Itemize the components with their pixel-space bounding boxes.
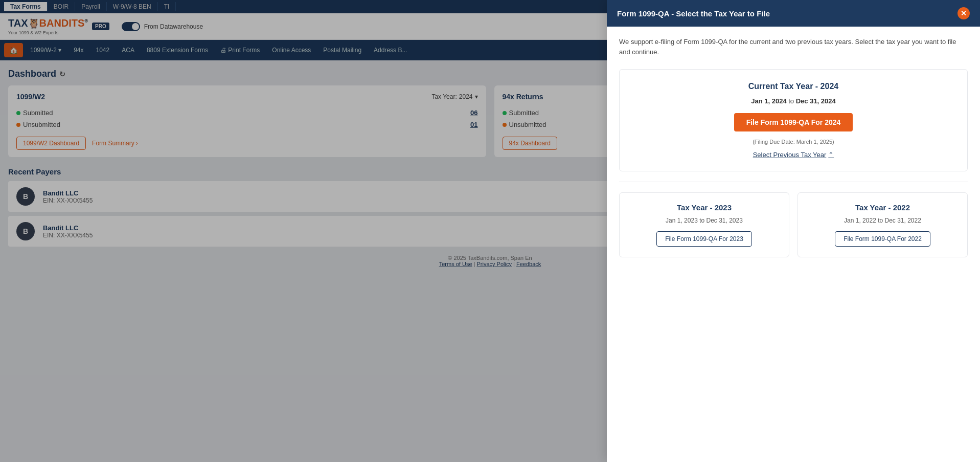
- current-year-card: Current Tax Year - 2024 Jan 1, 2024 to D…: [619, 69, 968, 171]
- previous-years-row: Tax Year - 2023 Jan 1, 2023 to Dec 31, 2…: [619, 182, 968, 257]
- file-2023-button[interactable]: File Form 1099-QA For 2023: [656, 231, 752, 247]
- current-year-title: Current Tax Year - 2024: [632, 82, 955, 91]
- prev-year-card-2022: Tax Year - 2022 Jan 1, 2022 to Dec 31, 2…: [797, 192, 968, 257]
- file-2024-button[interactable]: File Form 1099-QA For 2024: [734, 113, 853, 131]
- file-2022-button[interactable]: File Form 1099-QA For 2022: [835, 231, 930, 247]
- tax-year-modal: Form 1099-QA - Select the Tax Year to Fi…: [607, 0, 980, 462]
- select-previous-tax-year[interactable]: Select Previous Tax Year ⌃: [632, 151, 955, 159]
- prev-year-title-2023: Tax Year - 2023: [630, 203, 779, 212]
- filing-due-date: (Filing Due Date: March 1, 2025): [632, 139, 955, 145]
- modal-close-button[interactable]: ✕: [958, 7, 970, 19]
- modal-overlay: Form 1099-QA - Select the Tax Year to Fi…: [0, 0, 980, 462]
- chevron-up-icon: ⌃: [828, 151, 834, 159]
- modal-subtitle: We support e-filing of Form 1099-QA for …: [619, 37, 968, 57]
- prev-year-card-2023: Tax Year - 2023 Jan 1, 2023 to Dec 31, 2…: [619, 192, 789, 257]
- modal-title: Form 1099-QA - Select the Tax Year to Fi…: [617, 9, 770, 18]
- prev-date-range-2022: Jan 1, 2022 to Dec 31, 2022: [808, 217, 957, 224]
- prev-date-range-2023: Jan 1, 2023 to Dec 31, 2023: [630, 217, 779, 224]
- current-year-date-range: Jan 1, 2024 to Dec 31, 2024: [632, 97, 955, 105]
- modal-body: We support e-filing of Form 1099-QA for …: [607, 27, 980, 462]
- modal-header: Form 1099-QA - Select the Tax Year to Fi…: [607, 0, 980, 27]
- prev-year-title-2022: Tax Year - 2022: [808, 203, 957, 212]
